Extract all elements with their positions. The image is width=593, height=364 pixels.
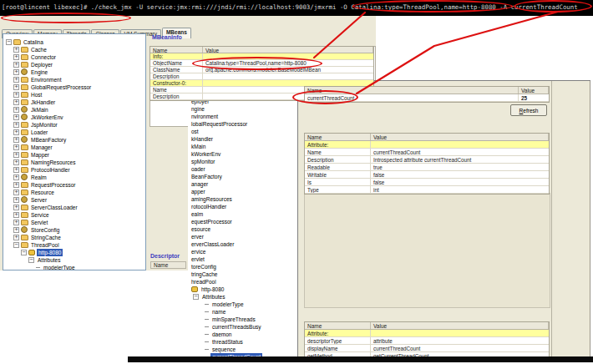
expand-toggle-icon[interactable]: +: [13, 107, 19, 113]
expand-toggle-icon[interactable]: +: [13, 99, 19, 105]
tree-item-modelertype[interactable]: modelerType: [4, 264, 143, 270]
tree-item-connector[interactable]: +Connector: [4, 53, 143, 61]
tree-item-http-8080[interactable]: http-8080: [188, 286, 297, 293]
column-header-value[interactable]: Value: [371, 322, 549, 329]
collapse-toggle-icon[interactable]: −: [21, 250, 27, 255]
tree-item-anager[interactable]: anager: [188, 180, 297, 188]
tree-item-threadstatus[interactable]: threadStatus: [188, 338, 297, 346]
tree-item-sequence[interactable]: sequence: [188, 346, 297, 353]
tree-item-attributes[interactable]: −Attributes: [4, 256, 143, 264]
expand-toggle-icon[interactable]: +: [13, 47, 19, 53]
expand-toggle-icon[interactable]: +: [13, 62, 19, 68]
expand-toggle-icon[interactable]: +: [13, 235, 19, 240]
expand-toggle-icon[interactable]: +: [13, 69, 19, 75]
tree-item-khandler[interactable]: kHandler: [188, 135, 297, 143]
expand-toggle-icon[interactable]: +: [13, 205, 19, 210]
table-row-description[interactable]: Description: [150, 73, 373, 80]
tree-item-tringcache[interactable]: tringCache: [188, 270, 297, 278]
tree-item-jspmonitor[interactable]: +JspMonitor: [4, 121, 143, 129]
table-row-type[interactable]: Typeint: [305, 186, 549, 194]
tree-item-resource[interactable]: +Resource: [4, 189, 143, 196]
table-row-attribute-[interactable]: Attribute:: [305, 141, 549, 149]
expand-toggle-icon[interactable]: +: [13, 190, 19, 195]
expand-toggle-icon[interactable]: +: [13, 144, 19, 150]
tree-item-hreadpool[interactable]: hreadPool: [188, 278, 297, 286]
column-header-value[interactable]: Value: [519, 87, 549, 94]
table-row-writable[interactable]: Writablefalse: [305, 171, 549, 179]
refresh-button[interactable]: Refresh: [510, 104, 547, 116]
tree-item-http-8080[interactable]: −http-8080: [4, 249, 143, 256]
expand-toggle-icon[interactable]: +: [13, 84, 19, 90]
tree-item-kworkerenv[interactable]: kWorkerEnv: [188, 150, 297, 158]
tree-item-attributes[interactable]: −Attributes: [188, 293, 297, 301]
tree-item-jkworkerenv[interactable]: +JkWorkerEnv: [4, 114, 143, 121]
column-header-name[interactable]: Name: [305, 134, 371, 140]
tree-item-spmonitor[interactable]: spMonitor: [188, 158, 297, 165]
expand-toggle-icon[interactable]: +: [13, 167, 19, 173]
collapse-toggle-icon[interactable]: −: [6, 39, 12, 45]
expand-toggle-icon[interactable]: +: [13, 182, 19, 188]
tree-item-toreconfig[interactable]: toreConfig: [188, 263, 297, 270]
tree-item-apper[interactable]: apper: [188, 188, 297, 195]
table-row-displayname[interactable]: displayNamecurrentThreadCount: [305, 345, 549, 352]
expand-toggle-icon[interactable]: +: [13, 54, 19, 60]
tree-item-mbeanfactory[interactable]: +MBeanFactory: [4, 136, 143, 144]
table-row-readable[interactable]: Readabletrue: [305, 164, 549, 171]
expand-toggle-icon[interactable]: +: [13, 197, 19, 203]
expand-toggle-icon[interactable]: +: [13, 114, 19, 120]
collapse-toggle-icon[interactable]: −: [13, 242, 19, 248]
tree-item-ealm[interactable]: ealm: [188, 210, 297, 218]
expand-toggle-icon[interactable]: +: [13, 77, 19, 83]
tree-item-esource[interactable]: esource: [188, 225, 297, 233]
tree-item-amingresources[interactable]: amingResources: [188, 195, 297, 203]
tree-item-serverclassloader[interactable]: +ServerClassLoader: [4, 204, 143, 211]
column-header-value[interactable]: Value: [371, 134, 549, 140]
tree-item-deployer[interactable]: +Deployer: [4, 61, 143, 68]
tree-item-host[interactable]: +Host: [4, 91, 143, 99]
tree-item-storeconfig[interactable]: +StoreConfig: [4, 226, 143, 234]
table-row-name[interactable]: NamecurrentThreadCount: [305, 149, 549, 156]
tree-item-environment[interactable]: +Environment: [4, 76, 143, 83]
expand-toggle-icon[interactable]: +: [13, 212, 19, 218]
expand-toggle-icon[interactable]: +: [13, 92, 19, 98]
tree-item-kmain[interactable]: kMain: [188, 143, 297, 150]
tree-item-currentthreadsbusy[interactable]: currentThreadsBusy: [188, 323, 297, 331]
table-row-description[interactable]: DescriptionIntrospected attribute curren…: [305, 156, 549, 164]
tree-item-ervlet[interactable]: ervlet: [188, 255, 297, 263]
tree-item-nvironment[interactable]: nvironment: [188, 113, 297, 120]
collapse-toggle-icon[interactable]: −: [193, 294, 199, 300]
tree-item-protocolhandler[interactable]: +ProtocolHandler: [4, 166, 143, 174]
tree-item-threadpool[interactable]: −ThreadPool: [4, 241, 143, 249]
tree-item-lobalrequestprocessor[interactable]: lobalRequestProcessor: [188, 120, 297, 128]
column-header-name[interactable]: Name: [150, 47, 203, 53]
tree-item-manager[interactable]: +Manager: [4, 144, 143, 151]
tree-item-realm[interactable]: +Realm: [4, 174, 143, 181]
tree-item-stringcache[interactable]: +StringCache: [4, 234, 143, 241]
tree-item-mapper[interactable]: +Mapper: [4, 151, 143, 159]
column-header-value[interactable]: Value: [203, 47, 373, 53]
collapse-toggle-icon[interactable]: −: [28, 257, 34, 263]
table-row-descriptortype[interactable]: descriptorTypeattribute: [305, 337, 549, 345]
tree-item-modelertype[interactable]: modelerType: [188, 301, 297, 308]
expand-toggle-icon[interactable]: +: [13, 152, 19, 158]
tree-item-daemon[interactable]: daemon: [188, 331, 297, 338]
table-row-attribute-[interactable]: Attribute:: [305, 330, 549, 337]
tree-item-beanfactory[interactable]: BeanFactory: [188, 173, 297, 180]
tree-item-erverclassloader[interactable]: erverClassLoader: [188, 240, 297, 248]
tree-item-name[interactable]: name: [188, 308, 297, 316]
tree-item-engine[interactable]: +Engine: [4, 68, 143, 76]
expand-toggle-icon[interactable]: +: [13, 227, 19, 233]
tree-item-server[interactable]: +Server: [4, 196, 143, 204]
tree-item-catalina[interactable]: −Catalina: [4, 38, 143, 46]
expand-toggle-icon[interactable]: +: [13, 122, 19, 128]
tree-item-service[interactable]: +Service: [4, 211, 143, 219]
tree-item-ost[interactable]: ost: [188, 128, 297, 135]
tree-item-equestprocessor[interactable]: equestProcessor: [188, 218, 297, 225]
tree-item-namingresources[interactable]: +NamingResources: [4, 159, 143, 166]
expand-toggle-icon[interactable]: +: [13, 159, 19, 165]
table-row-is[interactable]: Isfalse: [305, 179, 549, 186]
tree-item-cache[interactable]: +Cache: [4, 46, 143, 53]
tree-item-loader[interactable]: +Loader: [4, 129, 143, 136]
tree-item-jkhandler[interactable]: +JkHandler: [4, 99, 143, 106]
tree-item-ngine[interactable]: ngine: [188, 105, 297, 113]
